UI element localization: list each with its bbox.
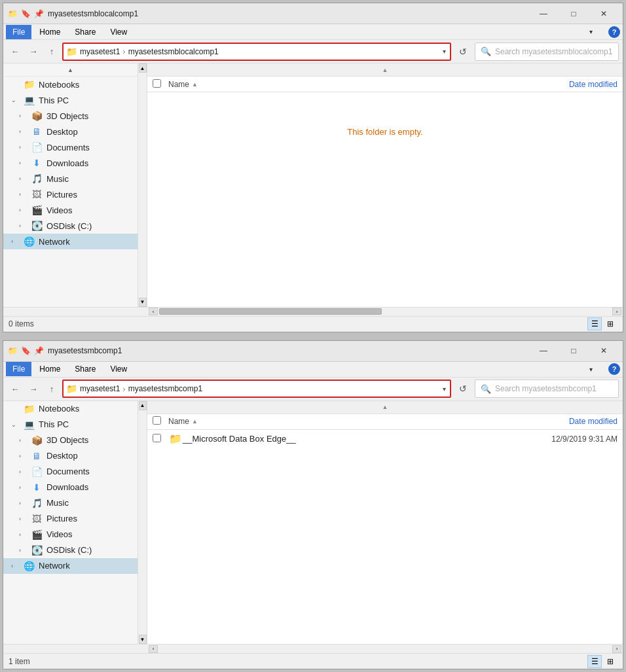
help-button-2[interactable]: ? bbox=[608, 363, 620, 375]
sidebar-item-music-1[interactable]: › 🎵 Music bbox=[3, 171, 138, 186]
sidebar-item-thispc-1[interactable]: ⌄ 💻 This PC bbox=[3, 92, 138, 108]
sidebar-item-3d-1[interactable]: › 📦 3D Objects bbox=[3, 108, 138, 124]
menu-bar-2: File Home Share View ▾ ? bbox=[3, 362, 623, 378]
sidebar-item-3d-2[interactable]: › 📦 3D Objects bbox=[3, 433, 138, 448]
sidebar-item-documents-2[interactable]: › 📄 Documents bbox=[3, 464, 138, 480]
large-icon-view-btn-1[interactable]: ⊞ bbox=[603, 317, 617, 330]
music-icon-1: 🎵 bbox=[31, 173, 43, 184]
videos-icon-1: 🎬 bbox=[31, 205, 43, 215]
expand-arrow-music-1: › bbox=[19, 175, 27, 182]
sidebar-item-downloads-2[interactable]: › ⬇ Downloads bbox=[3, 480, 138, 495]
file-checkbox-0[interactable] bbox=[153, 434, 168, 444]
videos-label-2: Videos bbox=[46, 529, 132, 539]
file-row-0[interactable]: 📁 __Microsoft Data Box Edge__ 12/9/2019 … bbox=[147, 430, 623, 448]
sidebar-item-thispc-2[interactable]: ⌄ 💻 This PC bbox=[3, 417, 138, 433]
breadcrumb-1: 📁 myasetest1 › myasetestsmblocalcomp1 bbox=[66, 46, 439, 57]
address-box-1[interactable]: 📁 myasetest1 › myasetestsmblocalcomp1 ▾ bbox=[62, 43, 451, 61]
breadcrumb-part1-2: myasetest1 bbox=[80, 384, 120, 393]
col-date-header-2[interactable]: Date modified bbox=[513, 417, 617, 426]
vscroll-down-2[interactable]: ▼ bbox=[139, 635, 147, 644]
select-all-checkbox-1[interactable] bbox=[153, 79, 161, 88]
menu-collapse-btn-1[interactable]: ▾ bbox=[576, 23, 606, 41]
vscroll-up-1[interactable]: ▲ bbox=[139, 63, 147, 73]
sort-arrow-2: ▲ bbox=[192, 418, 198, 425]
maximize-button-1[interactable]: □ bbox=[559, 5, 589, 23]
menu-view-2[interactable]: View bbox=[103, 362, 134, 376]
vscroll-down-1[interactable]: ▼ bbox=[139, 298, 147, 307]
sidebar-item-osdisk-2[interactable]: › 💽 OSDisk (C:) bbox=[3, 542, 138, 558]
refresh-button-1[interactable]: ↺ bbox=[454, 43, 472, 61]
menu-home-2[interactable]: Home bbox=[33, 362, 67, 376]
refresh-button-2[interactable]: ↺ bbox=[454, 380, 472, 398]
minimize-button-2[interactable]: — bbox=[528, 342, 559, 360]
col-date-header-1[interactable]: Date modified bbox=[513, 80, 617, 89]
content-scroll-up-1[interactable]: ▲ bbox=[147, 63, 623, 77]
help-button-1[interactable]: ? bbox=[608, 26, 620, 38]
sidebar-vscroll-1: ▲ ▼ bbox=[138, 63, 147, 307]
expand-arrow-downloads-2: › bbox=[19, 484, 27, 491]
menu-file-2[interactable]: File bbox=[6, 362, 31, 376]
up-button-1[interactable]: ↑ bbox=[44, 44, 60, 60]
minimize-button-1[interactable]: — bbox=[528, 5, 559, 23]
documents-label-1: Documents bbox=[46, 143, 132, 152]
forward-button-2[interactable]: → bbox=[26, 381, 41, 397]
expand-arrow-network-1: › bbox=[11, 238, 19, 245]
back-button-1[interactable]: ← bbox=[7, 44, 23, 60]
sidebar-item-pictures-1[interactable]: › 🖼 Pictures bbox=[3, 186, 138, 202]
menu-home-1[interactable]: Home bbox=[33, 25, 67, 39]
search-icon-2: 🔍 bbox=[481, 384, 491, 394]
vscroll-up-2[interactable]: ▲ bbox=[139, 401, 147, 410]
menu-share-2[interactable]: Share bbox=[68, 362, 102, 376]
sidebar-item-desktop-2[interactable]: › 🖥 Desktop bbox=[3, 448, 138, 464]
hscroll-right-1[interactable]: › bbox=[612, 308, 621, 315]
explorer-window-1: 📁 🔖 📌 myasetestsmblocalcomp1 — □ ✕ File … bbox=[3, 3, 623, 332]
forward-button-1[interactable]: → bbox=[26, 44, 41, 60]
menu-share-1[interactable]: Share bbox=[68, 25, 102, 39]
large-icon-view-btn-2[interactable]: ⊞ bbox=[603, 655, 617, 668]
search-icon-1: 🔍 bbox=[481, 46, 491, 56]
close-button-1[interactable]: ✕ bbox=[589, 5, 619, 23]
close-button-2[interactable]: ✕ bbox=[589, 342, 619, 360]
hscroll-thumb-1[interactable] bbox=[159, 308, 382, 315]
menu-view-1[interactable]: View bbox=[103, 25, 134, 39]
col-name-header-2[interactable]: Name ▲ bbox=[168, 417, 513, 426]
hscroll-left-2[interactable]: ‹ bbox=[149, 645, 158, 653]
hscroll-left-1[interactable]: ‹ bbox=[149, 308, 158, 315]
menu-file-1[interactable]: File bbox=[6, 25, 31, 39]
expand-arrow-downloads-1: › bbox=[19, 160, 27, 166]
menu-collapse-btn-2[interactable]: ▾ bbox=[576, 360, 606, 378]
sidebar-item-desktop-1[interactable]: › 🖥 Desktop bbox=[3, 124, 138, 139]
music-label-2: Music bbox=[46, 498, 132, 508]
select-all-checkbox-2[interactable] bbox=[153, 416, 161, 425]
sidebar-item-downloads-1[interactable]: › ⬇ Downloads bbox=[3, 155, 138, 171]
sidebar-item-documents-1[interactable]: › 📄 Documents bbox=[3, 139, 138, 155]
address-dropdown-2[interactable]: ▾ bbox=[441, 385, 447, 393]
sidebar-item-network-2[interactable]: › 🌐 Network bbox=[3, 558, 138, 574]
details-view-btn-2[interactable]: ☰ bbox=[587, 655, 602, 668]
app-icon-2: 📁 bbox=[7, 345, 18, 356]
sidebar-scroll-up-1[interactable]: ▲ bbox=[3, 63, 138, 77]
sidebar-item-osdisk-1[interactable]: › 💽 OSDisk (C:) bbox=[3, 218, 138, 234]
details-view-btn-1[interactable]: ☰ bbox=[587, 317, 602, 330]
address-dropdown-1[interactable]: ▾ bbox=[441, 48, 447, 55]
sidebar-item-notebooks-1[interactable]: 📁 Notebooks bbox=[3, 77, 138, 92]
sidebar-item-network-1[interactable]: › 🌐 Network bbox=[3, 234, 138, 249]
maximize-button-2[interactable]: □ bbox=[559, 342, 589, 360]
sidebar-item-videos-1[interactable]: › 🎬 Videos bbox=[3, 202, 138, 218]
documents-label-2: Documents bbox=[46, 467, 132, 476]
address-box-2[interactable]: 📁 myasetest1 › myasetestsmbcomp1 ▾ bbox=[62, 380, 451, 398]
sidebar-item-music-2[interactable]: › 🎵 Music bbox=[3, 495, 138, 511]
col-name-label-1: Name bbox=[168, 80, 189, 89]
search-box-2[interactable]: 🔍 Search myasetestsmbcomp1 bbox=[475, 380, 619, 398]
sidebar-item-videos-2[interactable]: › 🎬 Videos bbox=[3, 527, 138, 542]
status-bar-2: 1 item ☰ ⊞ bbox=[3, 653, 623, 669]
hscroll-right-2[interactable]: › bbox=[612, 645, 621, 653]
up-button-2[interactable]: ↑ bbox=[44, 381, 60, 397]
content-scroll-up-2[interactable]: ▲ bbox=[147, 401, 623, 414]
sidebar-item-pictures-2[interactable]: › 🖼 Pictures bbox=[3, 511, 138, 527]
sidebar-item-notebooks-2[interactable]: 📁 Notebooks bbox=[3, 401, 138, 417]
search-box-1[interactable]: 🔍 Search myasetestsmblocalcomp1 bbox=[475, 43, 619, 61]
breadcrumb-part2-1: myasetestsmblocalcomp1 bbox=[128, 47, 219, 56]
col-name-header-1[interactable]: Name ▲ bbox=[168, 80, 513, 89]
back-button-2[interactable]: ← bbox=[7, 381, 23, 397]
